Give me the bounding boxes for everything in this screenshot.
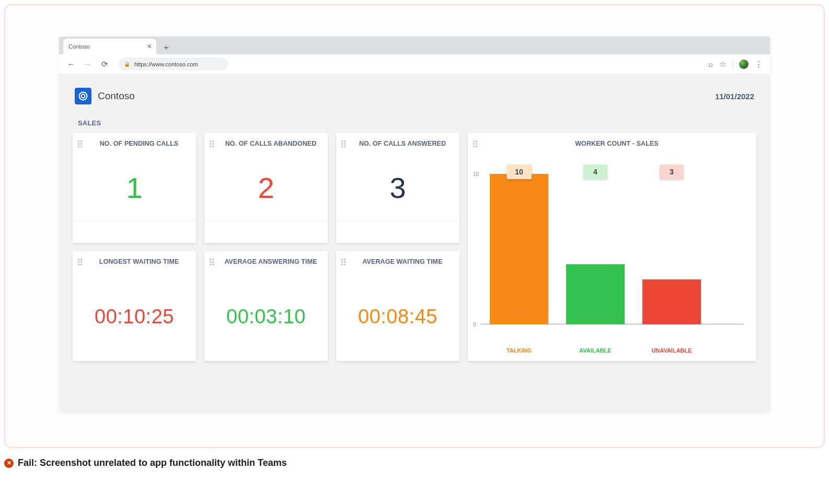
bar-label: 10 [506,165,532,179]
svg-point-0 [79,92,87,100]
brand: Contoso [75,88,135,104]
drag-handle-icon[interactable] [473,140,477,147]
url-field[interactable]: 🔒 https://www.contoso.com [119,57,228,71]
card-footer [73,221,196,243]
close-tab-icon[interactable]: ✕ [147,43,152,50]
caption-text: Fail: Screenshot unrelated to app functi… [18,458,287,468]
separator [732,60,733,69]
card-value: 1 [126,171,142,205]
card-title: LONGEST WAITING TIME [87,258,191,265]
chart-plot: 1043 010 [480,161,744,340]
metric-card: LONGEST WAITING TIME00:10:25 [73,251,196,361]
chart-title: WORKER COUNT - SALES [482,140,751,147]
kebab-menu-icon[interactable]: ⋮ [755,60,763,69]
x-label: AVAILABLE [566,347,625,354]
card-value: 00:03:10 [226,306,306,328]
card-title: AVERAGE ANSWERING TIME [219,258,323,265]
y-tick: 10 [473,171,479,177]
section-label: SALES [78,119,757,127]
validation-caption: ✕ Fail: Screenshot unrelated to app func… [4,458,287,468]
reload-button[interactable]: ⟳ [100,60,109,69]
browser-tab[interactable]: Contoso ✕ [63,39,156,54]
drag-handle-icon[interactable] [341,140,346,147]
metric-card: AVERAGE ANSWERING TIME00:03:10 [204,251,328,361]
bar-fill [642,279,701,324]
chart-card: WORKER COUNT - SALES 1043 010 TALKINGAVA… [468,133,756,361]
tab-strip: Contoso ✕ ＋ [59,37,770,54]
profile-avatar[interactable] [739,60,749,69]
card-value: 00:10:25 [95,306,174,328]
header-row: Contoso 11/01/2022 [72,88,757,104]
drag-handle-icon[interactable] [210,140,214,147]
url-text: https://www.contoso.com [134,61,198,67]
metric-card: AVERAGE WAITING TIME00:08:45 [336,251,459,361]
card-footer [204,221,328,243]
card-value: 3 [389,171,406,205]
bookmark-icon[interactable]: ☆ [719,60,726,69]
drag-handle-icon[interactable] [341,259,346,265]
metric-card: NO. OF PENDING CALLS1 [73,133,196,243]
forward-button[interactable]: → [83,60,93,68]
svg-point-1 [82,95,85,98]
search-page-icon[interactable]: ⌕ [708,60,713,68]
address-bar: ← → ⟳ 🔒 https://www.contoso.com ⌕ ☆ ⋮ [59,54,770,74]
metric-card: NO. OF CALLS ANSWERED3 [336,133,459,243]
tab-title: Contoso [68,43,90,50]
drag-handle-icon[interactable] [78,140,82,147]
dashboard: Contoso 11/01/2022 SALES NO. OF PENDING … [59,74,770,412]
card-grid: NO. OF PENDING CALLS1NO. OF CALLS ABANDO… [72,133,757,361]
screenshot-frame: Contoso ✕ ＋ ← → ⟳ 🔒 https://www.contoso.… [4,4,825,448]
back-button[interactable]: ← [66,60,76,68]
bar: 10 [490,174,548,324]
lock-icon: 🔒 [124,61,130,67]
new-tab-button[interactable]: ＋ [159,41,173,54]
browser-right-icons: ⌕ ☆ ⋮ [708,60,763,69]
x-label: UNAVAILABLE [642,347,701,354]
card-title: NO. OF PENDING CALLS [87,140,191,147]
x-label: TALKING [490,347,548,354]
y-tick: 0 [473,322,476,327]
fail-icon: ✕ [4,459,14,468]
card-title: NO. OF CALLS ANSWERED [351,140,454,147]
x-axis-labels: TALKINGAVAILABLEUNAVAILABLE [480,340,744,361]
app-logo-icon [75,88,91,104]
card-footer [336,221,459,243]
bar-fill [490,174,548,324]
bars: 1043 [490,174,744,324]
card-title: AVERAGE WAITING TIME [351,258,454,265]
chart-area: 1043 010 TALKINGAVAILABLEUNAVAILABLE [468,154,756,361]
header-date: 11/01/2022 [715,92,754,101]
card-value: 00:08:45 [358,306,437,328]
bar-label: 4 [583,165,607,179]
metric-card: NO. OF CALLS ABANDONED2 [204,133,328,243]
browser-window: Contoso ✕ ＋ ← → ⟳ 🔒 https://www.contoso.… [59,37,770,412]
app-name: Contoso [98,90,135,102]
card-title: NO. OF CALLS ABANDONED [219,140,323,147]
bar: 4 [566,174,625,324]
bar-fill [566,264,625,324]
bar-label: 3 [660,165,684,179]
card-value: 2 [258,171,274,205]
bar: 3 [642,174,701,324]
drag-handle-icon[interactable] [210,259,214,265]
drag-handle-icon[interactable] [78,259,82,265]
